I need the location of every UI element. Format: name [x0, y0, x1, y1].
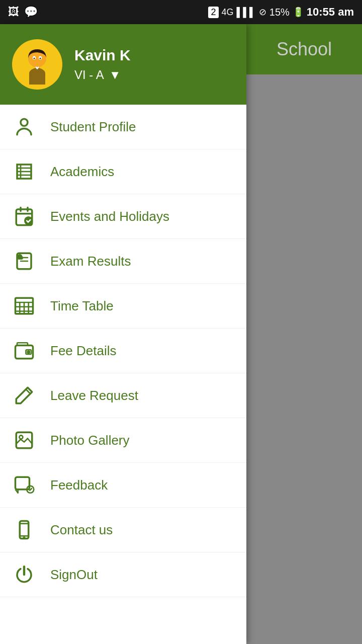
exam-icon: A+	[12, 249, 36, 273]
status-bar-right: 2 4G ▌▌▌ ⊘ 15% 🔋 10:55 am	[208, 6, 354, 19]
navigation-drawer: Kavin K VI - A ▼ Student Profile	[0, 24, 246, 644]
person-icon	[12, 115, 36, 139]
network-icon: 4G	[222, 7, 234, 18]
book-icon	[12, 159, 36, 184]
app-title: School	[277, 39, 332, 60]
svg-point-4	[40, 58, 41, 59]
avatar	[12, 39, 62, 90]
menu-item-exam-results[interactable]: A+ Exam Results	[0, 239, 246, 284]
calendar-check-icon	[12, 204, 36, 228]
timetable-icon	[12, 294, 36, 318]
menu-item-leave-request[interactable]: Leave Request	[0, 373, 246, 418]
sim-icon: 2	[208, 7, 218, 18]
user-info: Kavin K VI - A ▼	[74, 47, 234, 82]
svg-point-3	[34, 58, 35, 59]
menu-item-events-holidays[interactable]: Events and Holidays	[0, 194, 246, 239]
pencil-icon	[12, 383, 36, 408]
menu-list: Student Profile Academics	[0, 105, 246, 597]
user-class-row[interactable]: VI - A ▼	[74, 68, 234, 82]
feedback-icon	[12, 473, 36, 497]
menu-label-photo-gallery: Photo Gallery	[50, 433, 130, 448]
menu-item-photo-gallery[interactable]: Photo Gallery	[0, 418, 246, 463]
status-bar: 🖼 💬 2 4G ▌▌▌ ⊘ 15% 🔋 10:55 am	[0, 0, 362, 24]
signal-icon: ▌▌▌	[237, 7, 256, 18]
gallery-notification-icon: 🖼	[8, 6, 19, 19]
menu-label-sign-out: SignOut	[50, 567, 98, 583]
svg-point-14	[28, 351, 30, 353]
svg-text:A+: A+	[19, 256, 23, 259]
message-notification-icon: 💬	[24, 6, 38, 19]
menu-item-student-profile[interactable]: Student Profile	[0, 105, 246, 149]
menu-item-fee-details[interactable]: Fee Details	[0, 329, 246, 373]
menu-label-leave-request: Leave Request	[50, 388, 138, 404]
menu-label-exam-results: Exam Results	[50, 254, 131, 269]
svg-point-5	[21, 119, 28, 126]
menu-label-fee-details: Fee Details	[50, 343, 117, 359]
svg-point-20	[24, 537, 25, 538]
image-icon	[12, 428, 36, 452]
battery-icon: 🔋	[293, 7, 304, 18]
menu-label-academics: Academics	[50, 164, 114, 180]
drawer-header: Kavin K VI - A ▼	[0, 24, 246, 105]
user-class: VI - A	[74, 68, 104, 82]
avatar-image	[17, 44, 57, 85]
svg-point-16	[19, 435, 23, 439]
wallet-icon	[12, 339, 36, 363]
phone-icon	[12, 518, 36, 542]
status-bar-left: 🖼 💬	[8, 6, 38, 19]
menu-item-time-table[interactable]: Time Table	[0, 284, 246, 329]
power-icon	[12, 562, 36, 587]
menu-item-feedback[interactable]: Feedback	[0, 463, 246, 508]
menu-label-time-table: Time Table	[50, 298, 114, 314]
alarm-icon: ⊘	[259, 7, 266, 18]
menu-label-contact-us: Contact us	[50, 522, 113, 538]
menu-label-student-profile: Student Profile	[50, 119, 136, 135]
menu-item-academics[interactable]: Academics	[0, 149, 246, 194]
battery-percent: 15%	[269, 7, 290, 18]
time-display: 10:55 am	[307, 6, 354, 19]
menu-label-feedback: Feedback	[50, 477, 108, 493]
main-content	[246, 74, 362, 644]
header-title-area: School	[246, 39, 362, 60]
user-name: Kavin K	[74, 47, 234, 64]
class-dropdown-arrow[interactable]: ▼	[109, 68, 121, 82]
menu-label-events-holidays: Events and Holidays	[50, 209, 169, 224]
menu-item-contact-us[interactable]: Contact us	[0, 508, 246, 552]
menu-item-sign-out[interactable]: SignOut	[0, 552, 246, 597]
